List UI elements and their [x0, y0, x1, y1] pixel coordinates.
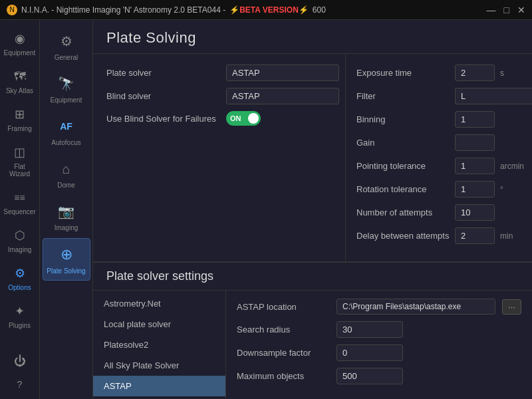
astap-settings: ASTAP location ··· Search radius Downsam…	[226, 291, 532, 399]
rotation-tolerance-label: Rotation tolerance	[356, 184, 450, 194]
sidebar-item-framing[interactable]: ⊞ Framing	[3, 101, 37, 136]
platesolving-nav-icon: ⊕	[56, 244, 77, 265]
options-icon: ⚙	[11, 264, 29, 283]
sidebar-item-imaging[interactable]: ⬡ Imaging	[3, 222, 37, 257]
sidebar-item-options[interactable]: ⚙ Options	[3, 260, 37, 295]
use-blind-solver-label: Use Blind Solver for Failures	[106, 114, 219, 124]
right-settings-panel: Exposure time s Filter L R G B Ha	[346, 54, 532, 261]
dome-nav-icon: ⌂	[56, 158, 77, 180]
rotation-tolerance-input[interactable]	[455, 181, 495, 198]
maximize-button[interactable]: □	[504, 5, 509, 15]
use-blind-solver-row: Use Blind Solver for Failures ON	[106, 111, 332, 126]
beta-flash: ⚡BETA VERSION⚡	[229, 5, 309, 15]
plate-solver-input[interactable]	[226, 65, 339, 81]
nav-item-label: Equipment	[51, 96, 82, 104]
exposure-time-row: Exposure time s	[356, 65, 521, 81]
imaging-nav-icon: 📷	[56, 201, 77, 222]
plate-solver-label: Plate solver	[106, 68, 219, 78]
sidebar-item-label: Framing	[7, 125, 32, 132]
nav-item-imaging[interactable]: 📷 Imaging	[43, 196, 90, 237]
pointing-tolerance-label: Pointing tolerance	[356, 161, 450, 171]
blind-solver-input[interactable]	[226, 88, 339, 104]
bottom-body: Astrometry.Net Local plate solver Plates…	[93, 291, 532, 399]
skyatlas-icon: 🗺	[11, 67, 29, 86]
downsample-row: Downsample factor	[237, 344, 521, 361]
titlebar-controls[interactable]: — □ ✕	[487, 5, 525, 15]
bottom-section: Plate solver settings Astrometry.Net Loc…	[93, 262, 532, 399]
sidebar-item-label: Sky Atlas	[6, 87, 33, 94]
exposure-time-input[interactable]	[455, 65, 495, 81]
nav-item-equipment[interactable]: 🔭 Equipment	[43, 68, 90, 109]
filter-select[interactable]: L R G B Ha	[455, 88, 532, 104]
plugins-icon: ✦	[11, 302, 29, 321]
downsample-label: Downsample factor	[237, 348, 330, 358]
filter-select-wrapper: L R G B Ha ▼	[455, 88, 532, 104]
solver-list: Astrometry.Net Local plate solver Plates…	[93, 291, 226, 399]
solver-item-astrometry[interactable]: Astrometry.Net	[93, 293, 225, 314]
main-content: Plate Solving Plate solver Blind solver …	[93, 20, 532, 399]
sequencer-icon: ≡≡	[11, 188, 29, 207]
delay-input[interactable]	[455, 227, 495, 244]
binning-input[interactable]	[455, 111, 495, 128]
rotation-tolerance-unit: °	[500, 185, 503, 194]
pointing-tolerance-unit: arcmin	[500, 162, 524, 171]
app-body: ◉ Equipment 🗺 Sky Atlas ⊞ Framing ◫ Flat…	[0, 20, 532, 399]
delay-label: Delay between attempts	[356, 231, 450, 241]
sidebar-item-label: Imaging	[8, 246, 32, 253]
blind-solver-label: Blind solver	[106, 91, 219, 101]
nav-item-general[interactable]: ⚙ General	[43, 25, 90, 66]
use-blind-solver-toggle[interactable]: ON	[226, 111, 261, 126]
binning-row: Binning	[356, 111, 521, 128]
pointing-tolerance-row: Pointing tolerance arcmin	[356, 158, 521, 174]
sidebar-item-sequencer[interactable]: ≡≡ Sequencer	[3, 184, 37, 219]
titlebar: N N.I.N.A. - Nighttime Imaging 'N' Astro…	[0, 0, 532, 20]
power-button[interactable]: ⏻	[3, 350, 37, 372]
max-objects-label: Maximum objects	[237, 371, 330, 381]
gain-input[interactable]	[455, 134, 495, 151]
content-header: Plate Solving	[93, 20, 532, 54]
binning-label: Binning	[356, 114, 450, 124]
plate-solver-row: Plate solver	[106, 65, 332, 81]
sidebar-item-equipment[interactable]: ◉ Equipment	[3, 25, 37, 61]
number-attempts-input[interactable]	[455, 204, 495, 221]
solver-item-local[interactable]: Local plate solver	[93, 314, 225, 334]
framing-icon: ⊞	[11, 105, 29, 124]
nav-item-label: Imaging	[55, 224, 78, 231]
sidebar-item-flatwizard[interactable]: ◫ Flat Wizard	[3, 139, 37, 182]
sidebar-item-plugins[interactable]: ✦ Plugins	[3, 298, 37, 333]
nav-item-dome[interactable]: ⌂ Dome	[43, 153, 90, 194]
nav-item-platesolving[interactable]: ⊕ Plate Solving	[43, 238, 90, 281]
downsample-input[interactable]	[336, 344, 403, 361]
astap-location-label: ASTAP location	[237, 302, 330, 312]
sidebar-item-label: Equipment	[4, 49, 36, 57]
search-radius-label: Search radius	[237, 325, 330, 334]
help-icon[interactable]: ?	[3, 375, 37, 394]
search-radius-row: Search radius	[237, 321, 521, 338]
general-nav-icon: ⚙	[56, 31, 77, 52]
sidebar-item-label: Options	[8, 284, 31, 291]
sidebar-item-skyatlas[interactable]: 🗺 Sky Atlas	[3, 63, 37, 98]
number-attempts-label: Number of attempts	[356, 207, 450, 217]
app-icon: N	[7, 5, 17, 15]
solver-item-allsky[interactable]: All Sky Plate Solver	[93, 355, 225, 376]
filter-label: Filter	[356, 91, 450, 101]
astap-location-input[interactable]	[336, 299, 495, 315]
nav-item-label: Dome	[57, 182, 75, 189]
max-objects-input[interactable]	[336, 368, 403, 384]
sidebar-nav: ⚙ General 🔭 Equipment AF Autofocus ⌂ Dom…	[40, 20, 93, 399]
flatwizard-icon: ◫	[11, 143, 29, 162]
close-button[interactable]: ✕	[517, 5, 525, 15]
solver-item-platesolve2[interactable]: Platesolve2	[93, 334, 225, 355]
top-settings-body: Plate solver Blind solver Use Blind Solv…	[93, 54, 532, 261]
minimize-button[interactable]: —	[487, 5, 496, 15]
sidebar-item-label: Sequencer	[3, 208, 35, 215]
solver-item-astap[interactable]: ASTAP	[93, 376, 225, 396]
search-radius-input[interactable]	[336, 321, 403, 338]
blind-solver-row: Blind solver	[106, 88, 332, 104]
nav-item-label: General	[55, 54, 78, 61]
titlebar-left: N N.I.N.A. - Nighttime Imaging 'N' Astro…	[7, 5, 326, 15]
nav-item-af[interactable]: AF Autofocus	[43, 110, 90, 152]
pointing-tolerance-input[interactable]	[455, 158, 495, 174]
astap-browse-button[interactable]: ···	[502, 299, 521, 315]
page-title: Plate Solving	[106, 29, 519, 47]
